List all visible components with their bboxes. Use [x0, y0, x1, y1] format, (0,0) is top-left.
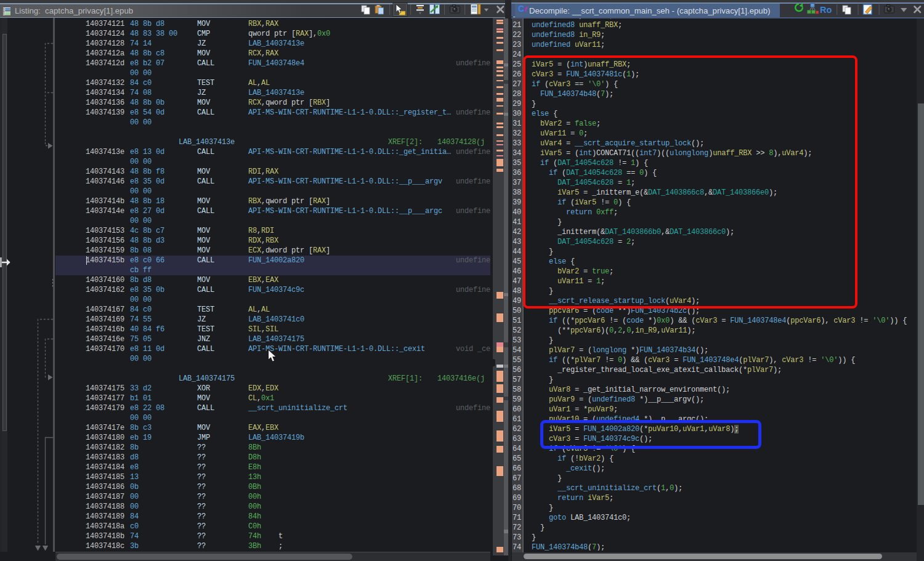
- svg-text:Ro: Ro: [820, 5, 832, 15]
